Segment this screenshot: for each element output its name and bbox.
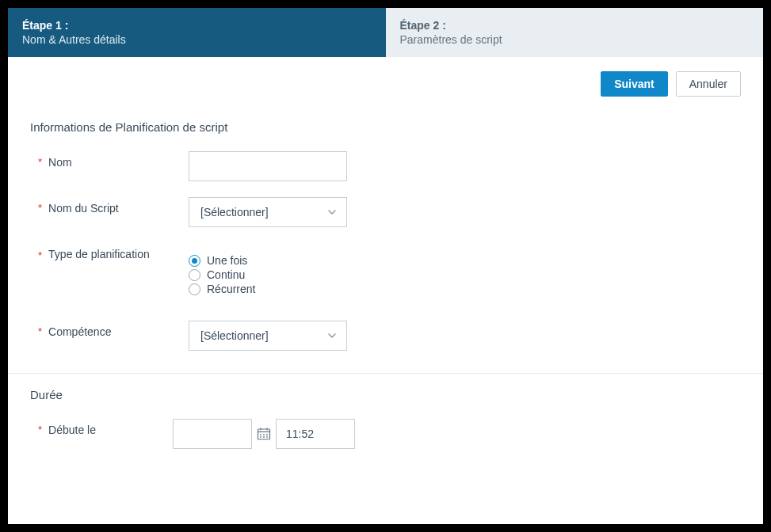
- radio-recurring[interactable]: Récurrent: [189, 283, 741, 295]
- script-select[interactable]: [Sélectionner]: [189, 197, 347, 227]
- svg-point-9: [266, 436, 268, 438]
- radio-once-label: Une fois: [207, 254, 247, 267]
- radio-recurring-label: Récurrent: [207, 283, 255, 295]
- section-duration-title: Durée: [30, 388, 741, 401]
- svg-point-6: [266, 434, 268, 435]
- radio-once[interactable]: Une fois: [189, 254, 741, 267]
- start-date-input[interactable]: [173, 419, 252, 449]
- step-1-tab[interactable]: Étape 1 : Nom & Autres détails: [8, 8, 386, 57]
- start-date-label: Débute le: [48, 424, 96, 436]
- radio-continuous[interactable]: Continu: [189, 268, 741, 281]
- step-1-title: Étape 1 :: [22, 19, 372, 32]
- row-start-date: * Débute le: [30, 419, 741, 449]
- schedule-type-label: Type de planification: [48, 248, 150, 260]
- skill-label: Compétence: [48, 325, 111, 338]
- skill-select[interactable]: [Sélectionner]: [189, 321, 347, 351]
- radio-icon: [189, 283, 200, 295]
- section-script-info-title: Informations de Planification de script: [30, 120, 741, 134]
- chevron-down-icon: [327, 331, 337, 340]
- skill-select-value: [Sélectionner]: [200, 329, 269, 342]
- step-1-subtitle: Nom & Autres détails: [22, 33, 372, 46]
- required-marker: *: [38, 156, 42, 168]
- svg-point-7: [260, 436, 261, 438]
- radio-icon: [189, 269, 200, 281]
- action-bar: Suivant Annuler: [8, 57, 763, 106]
- svg-point-5: [263, 434, 265, 435]
- section-script-info: Informations de Planification de script …: [8, 106, 763, 373]
- radio-continuous-label: Continu: [207, 268, 245, 281]
- name-label: Nom: [48, 156, 72, 169]
- schedule-type-radio-group: Une fois Continu Récurrent: [189, 243, 741, 295]
- chevron-down-icon: [327, 207, 337, 217]
- required-marker: *: [38, 248, 42, 261]
- required-marker: *: [38, 202, 42, 214]
- cancel-button[interactable]: Annuler: [676, 71, 741, 97]
- next-button[interactable]: Suivant: [601, 71, 668, 97]
- required-marker: *: [38, 325, 42, 337]
- required-marker: *: [38, 424, 42, 435]
- section-duration: Durée * Débute le: [8, 373, 763, 481]
- script-select-value: [Sélectionner]: [200, 206, 269, 218]
- step-2-tab[interactable]: Étape 2 : Paramètres de script: [386, 8, 764, 57]
- row-script: * Nom du Script [Sélectionner]: [30, 197, 741, 227]
- script-label: Nom du Script: [48, 202, 119, 215]
- wizard-window: Étape 1 : Nom & Autres détails Étape 2 :…: [8, 8, 763, 524]
- radio-icon: [189, 255, 200, 267]
- step-2-title: Étape 2 :: [400, 19, 750, 32]
- row-name: * Nom: [30, 151, 741, 181]
- svg-point-4: [260, 434, 261, 435]
- start-time-input[interactable]: [276, 419, 355, 449]
- calendar-icon[interactable]: [257, 427, 271, 441]
- row-schedule-type: * Type de planification Une fois Continu: [30, 243, 741, 297]
- step-tabs: Étape 1 : Nom & Autres détails Étape 2 :…: [8, 8, 763, 57]
- step-2-subtitle: Paramètres de script: [400, 33, 750, 46]
- name-input[interactable]: [189, 151, 347, 181]
- svg-point-8: [263, 436, 265, 438]
- row-skill: * Compétence [Sélectionner]: [30, 321, 741, 351]
